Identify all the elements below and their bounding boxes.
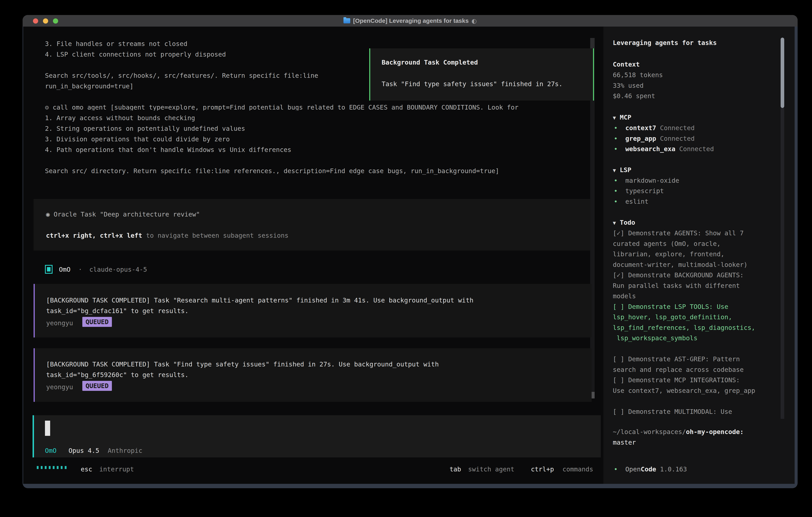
- notification-title: Background Task Completed: [382, 59, 478, 65]
- git-branch: master: [613, 439, 636, 446]
- tool-call-tail: Search src/ directory. Return specific f…: [45, 168, 499, 174]
- hint-text: to navigate between subagent sessions: [142, 232, 289, 239]
- bullet-icon: •: [614, 187, 617, 195]
- todo-line: models: [613, 293, 636, 299]
- app-window: [OpenCode] Leveraging agents for tasks ◐…: [23, 15, 798, 488]
- terminal-viewport: 3. File handles or streams not closed 4.…: [23, 27, 794, 484]
- todo-section-header[interactable]: ▼ Todo: [613, 219, 635, 226]
- todo-line: librarian, explore, frontend,: [613, 251, 724, 257]
- context-heading: Context: [613, 61, 640, 67]
- todo-line-active: lsp_hover, lsp_goto_definition,: [613, 314, 732, 320]
- close-button[interactable]: [33, 19, 38, 24]
- chevron-down-icon: ▼: [613, 167, 616, 173]
- agent-name: OmO: [59, 266, 70, 273]
- todo-line: [✓] Demonstrate BACKGROUND AGENTS:: [613, 272, 744, 278]
- chevron-down-icon: ▼: [613, 220, 616, 226]
- tool-call-item: 2. String operations on potentially unde…: [45, 125, 245, 132]
- tool-call-item: 4. Path operations that don't handle Win…: [45, 146, 291, 153]
- lsp-section-header[interactable]: ▼ LSP: [613, 167, 631, 173]
- tab-label: switch agent: [468, 466, 514, 472]
- sidebar-scrollbar-track[interactable]: [781, 108, 784, 419]
- agent-model: claude-opus-4-5: [89, 266, 147, 273]
- bullet-icon: •: [614, 135, 617, 142]
- lsp-item: • typescript: [614, 188, 664, 194]
- oracle-task-title: ◉ Oracle Task "Deep architecture review": [46, 211, 200, 218]
- oracle-hint: ctrl+x right, ctrl+x left to navigate be…: [46, 232, 289, 239]
- bullet-icon: •: [614, 145, 617, 153]
- context-tokens: 66,518 tokens: [613, 72, 663, 78]
- session-title: Leveraging agents for tasks: [613, 39, 717, 46]
- zoom-button[interactable]: [53, 19, 58, 24]
- todo-line-active: lsp_find_references, lsp_diagnostics,: [613, 324, 755, 331]
- minimize-button[interactable]: [43, 19, 48, 24]
- main-scrollbar-thumb-top[interactable]: [590, 38, 594, 48]
- todo-line: Run parallel tasks with different: [613, 282, 740, 289]
- titlebar: [OpenCode] Leveraging agents for tasks ◐: [23, 15, 798, 27]
- input-agent-name: OmO: [45, 447, 57, 454]
- bullet-icon: •: [614, 198, 617, 205]
- input-model[interactable]: Opus 4.5: [68, 447, 99, 454]
- todo-line: document-writer, multimodal-looker): [613, 262, 748, 268]
- background-task-notification: Background Task Completed Task "Find typ…: [369, 48, 594, 101]
- task-line2: task_id="bg_dcfac161" to get results.: [46, 308, 188, 314]
- todo-line: search and replace across codebase: [613, 366, 744, 373]
- agent-separator: ·: [78, 266, 82, 273]
- background-task-card: [BACKGROUND TASK COMPLETED] Task "Resear…: [34, 284, 591, 337]
- hint-keys: ctrl+x right, ctrl+x left: [46, 232, 142, 239]
- opencode-version: • OpenCode 1.0.163: [614, 466, 687, 472]
- esc-key-hint: esc: [81, 466, 92, 472]
- transcript-line: Search src/tools/, src/hooks/, src/featu…: [45, 72, 318, 79]
- ctrlp-label: commands: [562, 466, 593, 472]
- tool-call-line: ⚙ call_omo_agent [subagent_type=explore,…: [45, 104, 588, 111]
- text-cursor: [45, 420, 50, 436]
- mcp-item: • grep_app Connected: [614, 135, 695, 142]
- todo-line: [ ] Demonstrate MCP INTEGRATIONS:: [613, 377, 740, 383]
- esc-label: interrupt: [99, 466, 134, 472]
- mcp-item: • context7 Connected: [614, 125, 695, 131]
- window-title-group: [OpenCode] Leveraging agents for tasks ◐: [344, 18, 477, 24]
- ctrlp-key-hint: ctrl+p: [531, 466, 554, 472]
- todo-line-active: [ ] Demonstrate LSP TOOLS: Use: [613, 303, 728, 310]
- transcript-line: run_in_background=true]: [45, 83, 134, 89]
- background-task-card: [BACKGROUND TASK COMPLETED] Task "Find t…: [34, 348, 591, 402]
- chevron-down-icon: ▼: [613, 115, 616, 121]
- notification-body: Task "Find type safety issues" finished …: [382, 81, 562, 87]
- transcript-line: 3. File handles or streams not closed: [45, 40, 187, 47]
- todo-line-active: lsp_workspace_symbols: [613, 335, 697, 341]
- bullet-icon: •: [614, 177, 617, 184]
- task-line1: [BACKGROUND TASK COMPLETED] Task "Resear…: [46, 297, 473, 303]
- record-circle-icon: ◉: [46, 211, 50, 218]
- input-provider: Anthropic: [108, 447, 142, 454]
- folder-icon: [344, 18, 350, 23]
- status-dot-icon: •: [614, 465, 617, 473]
- working-spinner: [37, 466, 66, 469]
- task-user: yeongyu: [46, 320, 73, 326]
- todo-line: Use context7, websearch_exa, grep_app: [613, 387, 755, 394]
- bullet-icon: •: [614, 124, 617, 132]
- mcp-section-header[interactable]: ▼ MCP: [613, 114, 631, 120]
- sidebar-scrollbar-thumb[interactable]: [781, 37, 784, 108]
- todo-line: [✓] Demonstrate AGENTS: Show all 7: [613, 230, 744, 236]
- status-badge: QUEUED: [82, 317, 112, 327]
- context-spent: $0.46 spent: [613, 93, 655, 99]
- gear-icon: ⚙: [45, 104, 49, 111]
- tool-call-item: 1. Array access without bounds checking: [45, 115, 195, 121]
- record-indicator-icon: ◐: [471, 18, 477, 24]
- mcp-item: • websearch_exa Connected: [614, 146, 714, 152]
- tab-key-hint: tab: [450, 466, 461, 472]
- lsp-item: • eslint: [614, 198, 648, 205]
- context-used: 33% used: [613, 82, 644, 89]
- task-user: yeongyu: [46, 384, 73, 390]
- todo-line: curated agents (OmO, oracle,: [613, 241, 721, 247]
- agent-icon: [45, 265, 53, 274]
- todo-line: [ ] Demonstrate AST-GREP: Pattern: [613, 356, 740, 362]
- workspace-path: ~/local-workspaces/oh-my-opencode:: [613, 429, 744, 435]
- todo-line: [ ] Demonstrate MULTIMODAL: Use: [613, 408, 732, 415]
- lsp-item: • markdown-oxide: [614, 177, 679, 184]
- tool-call-item: 3. Division operations that could divide…: [45, 136, 230, 142]
- task-line2: task_id="bg_6f59260c" to get results.: [46, 372, 188, 378]
- transcript-line: 4. LSP client connections not properly d…: [45, 51, 226, 58]
- status-badge: QUEUED: [82, 381, 112, 391]
- prompt-input[interactable]: OmO Opus 4.5 Anthropic: [33, 415, 601, 457]
- oracle-task-panel: ◉ Oracle Task "Deep architecture review"…: [34, 199, 590, 250]
